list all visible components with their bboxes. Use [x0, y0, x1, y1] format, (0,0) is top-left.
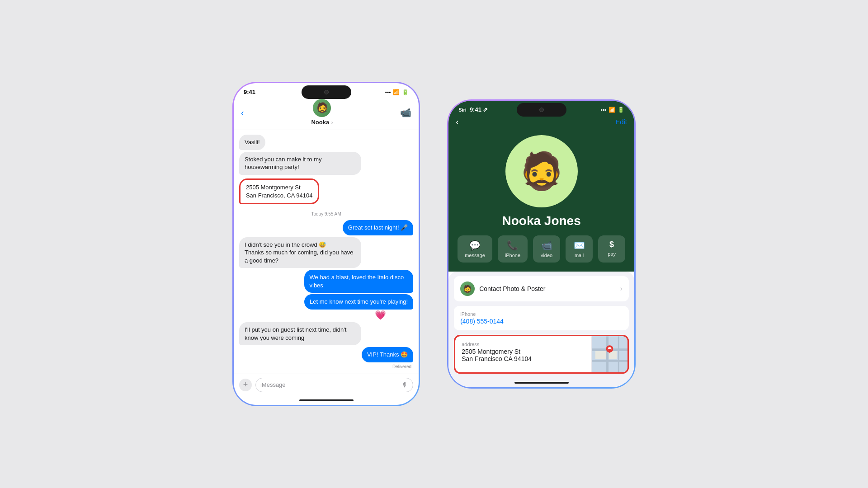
map-thumbnail[interactable]	[591, 336, 627, 372]
bubble-didnt-see: I didn't see you in the crowd 😅Thanks so…	[239, 237, 361, 268]
photo-poster-chevron: ›	[620, 285, 623, 293]
avatar-emoji: 🧔	[316, 102, 328, 114]
status-icons-left: ▪▪▪ 📶 🔋	[385, 89, 409, 95]
mail-action-icon: ✉️	[574, 240, 585, 251]
message-vip: VIP! Thanks 🤩	[239, 347, 413, 362]
contact-name-small: Nooka	[311, 119, 329, 126]
video-action-label: video	[541, 253, 552, 258]
message-address: 2505 Montgomery StSan Francisco, CA 9410…	[239, 178, 413, 204]
back-button[interactable]: ‹	[241, 108, 244, 118]
action-message[interactable]: 💬 message	[458, 235, 492, 263]
message-next-time: Let me know next time you're playing!	[257, 294, 413, 310]
photo-poster-avatar: 🧔	[460, 282, 475, 296]
video-action-icon: 📹	[541, 240, 552, 251]
map-svg	[592, 336, 627, 372]
siri-label: Siri	[458, 107, 467, 113]
phone-label: iPhone	[460, 311, 623, 317]
contacts-header: ‹ Edit	[448, 115, 634, 131]
contact-full-name: Nooka Jones	[502, 214, 580, 228]
address-section: address 2505 Montgomery St San Francisco…	[454, 335, 629, 374]
bubble-great-set: Great set last night! 🎤	[343, 220, 413, 235]
phone-action-label: iPhone	[505, 253, 520, 258]
dynamic-island-right	[517, 103, 566, 117]
bubble-vip: VIP! Thanks 🤩	[362, 347, 413, 362]
signal-icon: ▪▪▪	[385, 89, 391, 95]
photo-poster-section: 🧔 Contact Photo & Poster ›	[454, 276, 629, 301]
camera-dot	[324, 90, 329, 94]
phone-row[interactable]: iPhone (408) 555-0144	[454, 306, 629, 330]
photo-poster-emoji: 🧔	[463, 285, 472, 293]
bubble-guest-list: I'll put you on guest list next time, di…	[239, 322, 361, 345]
memoji: 🧔	[510, 140, 573, 203]
address-info[interactable]: address 2505 Montgomery St San Francisco…	[455, 336, 591, 372]
mail-action-label: mail	[575, 253, 584, 258]
imessage-placeholder: iMessage	[260, 381, 286, 388]
camera-dot-right	[539, 108, 544, 112]
plus-button[interactable]: +	[239, 379, 252, 391]
contact-actions: 💬 message 📞 iPhone 📹 video ✉️ mail $	[458, 235, 625, 263]
contact-hero: 🧔 Nooka Jones 💬 message 📞 iPhone 📹 video	[448, 131, 634, 272]
contact-info-center[interactable]: 🧔 Nooka ›	[311, 99, 333, 126]
contacts-info: 🧔 Contact Photo & Poster › iPhone (408) …	[448, 272, 634, 378]
bubble-vasili: Vasili!	[239, 135, 265, 150]
action-pay[interactable]: $ pay	[598, 235, 625, 263]
svg-rect-5	[595, 351, 606, 359]
battery-icon: 🔋	[402, 89, 409, 95]
bubble-stoked: Stoked you can make it to my housewarmin…	[239, 152, 361, 175]
pay-action-label: pay	[608, 251, 616, 257]
input-bar: + iMessage 🎙	[234, 374, 419, 396]
time-left: 9:41	[244, 89, 255, 95]
contact-avatar-small: 🧔	[313, 99, 331, 117]
dynamic-island-left	[302, 85, 351, 99]
message-stoked: Stoked you can make it to my housewarmin…	[239, 152, 413, 175]
edit-button[interactable]: Edit	[615, 118, 627, 126]
address-line1: 2505 Montgomery St	[462, 348, 585, 355]
bubble-address[interactable]: 2505 Montgomery StSan Francisco, CA 9410…	[239, 178, 319, 204]
pay-action-icon: $	[609, 240, 614, 249]
message-action-label: message	[465, 253, 485, 258]
home-bar-right	[514, 382, 569, 384]
iphone-messages-frame: 9:41 ▪▪▪ 📶 🔋 ‹ 🧔 Nooka › 📹	[232, 82, 420, 406]
memoji-emoji: 🧔	[519, 150, 564, 192]
imessage-input[interactable]: iMessage 🎙	[255, 378, 413, 392]
heart-reaction: 💗	[239, 310, 386, 320]
status-bar-right: Siri 9:41 ⇗ ▪▪▪ 📶 🔋	[448, 101, 634, 115]
address-label: address	[462, 342, 585, 347]
signal-icon-right: ▪▪▪	[600, 107, 606, 113]
message-vasili: Vasili!	[239, 135, 413, 150]
messages-list: Vasili! Stoked you can make it to my hou…	[234, 130, 419, 373]
phone-action-icon: 📞	[507, 240, 518, 251]
wifi-icon: 📶	[393, 89, 400, 95]
message-blast: We had a blast, loved the Italo disco vi…	[257, 270, 413, 293]
contact-hero-avatar: 🧔	[505, 135, 578, 207]
message-action-icon: 💬	[469, 240, 481, 251]
video-call-button[interactable]: 📹	[400, 107, 411, 118]
wifi-icon-right: 📶	[609, 107, 615, 113]
messages-header: ‹ 🧔 Nooka › 📹	[234, 97, 419, 130]
back-button-contacts[interactable]: ‹	[456, 117, 459, 127]
home-bar	[299, 399, 354, 401]
address-line2: San Francisco CA 94104	[462, 355, 585, 362]
phone-section: iPhone (408) 555-0144	[454, 306, 629, 330]
action-mail[interactable]: ✉️ mail	[566, 235, 593, 263]
action-video[interactable]: 📹 video	[533, 235, 560, 263]
iphone-contacts-frame: Siri 9:41 ⇗ ▪▪▪ 📶 🔋 ‹ Edit 🧔	[447, 99, 636, 389]
bubble-next-time: Let me know next time you're playing!	[304, 294, 413, 310]
photo-poster-label: Contact Photo & Poster	[479, 285, 545, 292]
mic-icon: 🎙	[402, 381, 408, 389]
phone-number: (408) 555-0144	[460, 318, 623, 325]
timestamp: Today 9:55 AM	[239, 211, 413, 216]
home-indicator-left	[234, 396, 419, 405]
address-text: 2505 Montgomery StSan Francisco, CA 9410…	[246, 184, 312, 199]
status-icons-right: ▪▪▪ 📶 🔋	[600, 107, 624, 113]
location-icon-right: ⇗	[483, 106, 488, 113]
battery-icon-right: 🔋	[618, 107, 624, 113]
photo-poster-row[interactable]: 🧔 Contact Photo & Poster ›	[454, 276, 629, 301]
address-map-row: address 2505 Montgomery St San Francisco…	[455, 336, 627, 372]
message-guest-list: I'll put you on guest list next time, di…	[239, 322, 413, 345]
status-bar-left: 9:41 ▪▪▪ 📶 🔋	[234, 83, 419, 97]
action-phone[interactable]: 📞 iPhone	[498, 235, 528, 263]
time-right: 9:41	[470, 106, 481, 113]
contact-name-row: Nooka ›	[311, 118, 333, 126]
home-indicator-right	[448, 378, 634, 387]
